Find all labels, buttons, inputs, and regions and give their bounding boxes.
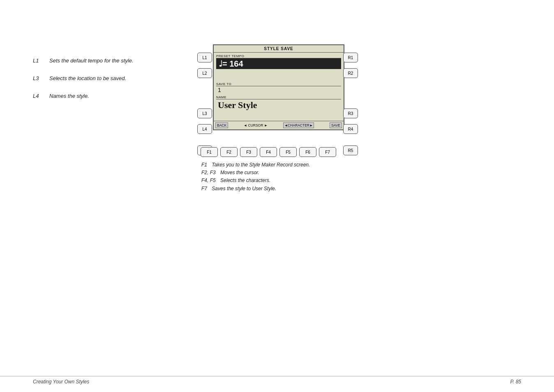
button-r2[interactable]: R2 bbox=[343, 68, 358, 78]
footer-right: P. 85 bbox=[510, 379, 521, 385]
button-f7[interactable]: F7 bbox=[319, 147, 336, 157]
annotation-f7-key: F7 bbox=[201, 186, 207, 191]
left-annotations: L1 Sets the default tempo for the style.… bbox=[33, 58, 148, 111]
button-f5[interactable]: F5 bbox=[279, 147, 297, 157]
button-f2[interactable]: F2 bbox=[220, 147, 238, 157]
button-f4[interactable]: F4 bbox=[260, 147, 277, 157]
bottom-annotations: F1 Takes you to the Style Maker Record s… bbox=[201, 161, 310, 193]
button-r3[interactable]: R3 bbox=[343, 108, 358, 118]
lcd-btn-character[interactable]: ◄CHARACTER► bbox=[283, 122, 314, 128]
lcd-name-section: NAME User Style bbox=[214, 95, 344, 112]
annotation-l3: L3 Selects the location to be saved. bbox=[33, 75, 148, 81]
annotation-f1: F1 Takes you to the Style Maker Record s… bbox=[201, 161, 310, 169]
annotation-l1-label: L1 bbox=[33, 58, 49, 64]
annotation-l4: L4 Names the style. bbox=[33, 93, 148, 99]
annotation-f4f5: F4, F5 Selects the characters. bbox=[201, 177, 310, 184]
lcd-preset-tempo-label: PRESET TEMPO bbox=[216, 54, 341, 58]
lcd-tempo-value: ♩= 164 bbox=[216, 58, 341, 69]
side-buttons-right: R1 R2 R3 R4 R5 bbox=[343, 53, 358, 155]
lcd-save-to-section: SAVE TO 1 bbox=[214, 81, 344, 95]
annotation-l3-text: Selects the location to be saved. bbox=[49, 75, 126, 81]
lcd-save-to-value: 1 bbox=[216, 86, 341, 94]
annotation-f4f5-text: Selects the characters. bbox=[220, 178, 270, 183]
annotation-f1-key: F1 bbox=[201, 162, 207, 168]
lcd-name-value: User Style bbox=[216, 99, 341, 111]
lcd-btn-cursor: ◄ CURSOR ► bbox=[244, 123, 268, 127]
button-l1[interactable]: L1 bbox=[197, 53, 212, 62]
button-l4[interactable]: L4 bbox=[197, 124, 212, 134]
annotation-f7-text: Saves the style to User Style. bbox=[212, 186, 276, 191]
annotation-f2f3: F2, F3 Moves the cursor. bbox=[201, 169, 310, 177]
lcd-row-empty-2 bbox=[214, 112, 344, 121]
button-f6[interactable]: F6 bbox=[299, 147, 316, 157]
annotation-f2f3-key: F2, F3 bbox=[201, 170, 216, 175]
button-r4[interactable]: R4 bbox=[343, 124, 358, 134]
lcd-name-label: NAME bbox=[216, 95, 341, 99]
lcd-btn-save[interactable]: SAVE bbox=[330, 122, 342, 128]
annotation-l1-text: Sets the default tempo for the style. bbox=[49, 58, 134, 64]
button-f1[interactable]: F1 bbox=[201, 147, 218, 157]
lcd-preset-tempo-section: PRESET TEMPO ♩= 164 bbox=[214, 53, 344, 70]
annotation-l4-text: Names the style. bbox=[49, 93, 89, 99]
annotation-f7: F7 Saves the style to User Style. bbox=[201, 185, 310, 193]
annotation-l4-label: L4 bbox=[33, 93, 49, 99]
side-buttons-left: L1 L2 L3 L4 L5 bbox=[197, 53, 212, 155]
annotation-l3-label: L3 bbox=[33, 75, 49, 81]
lcd-row-empty-1 bbox=[214, 70, 344, 81]
button-l2[interactable]: L2 bbox=[197, 68, 212, 78]
lcd-save-to-label: SAVE TO bbox=[216, 82, 341, 86]
lcd-btn-back[interactable]: BACK bbox=[215, 122, 228, 128]
lcd-display: STYLE SAVE PRESET TEMPO ♩= 164 SAVE TO 1… bbox=[213, 44, 344, 130]
lcd-bottom-buttons: BACK ◄ CURSOR ► ◄CHARACTER► SAVE bbox=[214, 121, 344, 129]
button-r5[interactable]: R5 bbox=[343, 145, 358, 155]
annotation-f4f5-key: F4, F5 bbox=[201, 178, 216, 183]
button-f3[interactable]: F3 bbox=[240, 147, 257, 157]
footer: Creating Your Own Styles P. 85 bbox=[0, 376, 554, 385]
button-r1[interactable]: R1 bbox=[343, 53, 358, 62]
annotation-l1: L1 Sets the default tempo for the style. bbox=[33, 58, 148, 64]
f-buttons-row: F1 F2 F3 F4 F5 F6 F7 bbox=[201, 147, 336, 157]
button-l3[interactable]: L3 bbox=[197, 108, 212, 118]
footer-left: Creating Your Own Styles bbox=[33, 379, 89, 385]
annotation-f2f3-text: Moves the cursor. bbox=[220, 170, 259, 175]
lcd-title: STYLE SAVE bbox=[214, 45, 344, 53]
annotation-f1-text: Takes you to the Style Maker Record scre… bbox=[212, 162, 310, 168]
